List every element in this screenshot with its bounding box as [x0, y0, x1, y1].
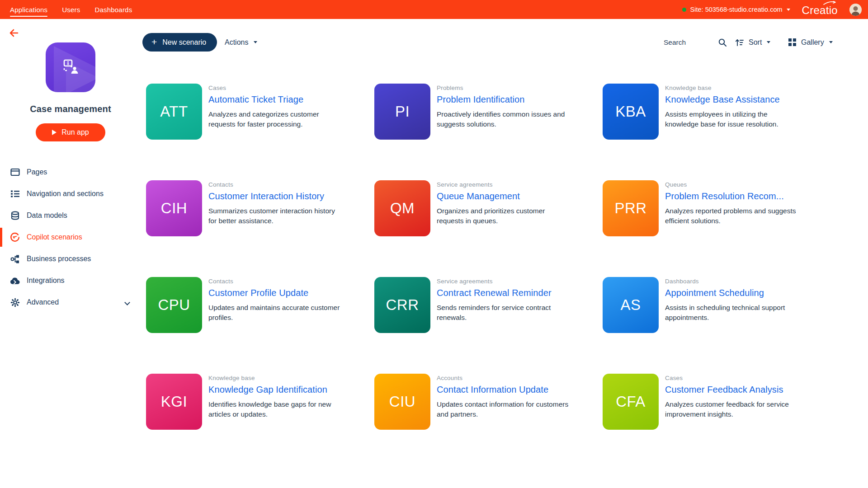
scenario-title-link[interactable]: Automatic Ticket Triage — [208, 94, 340, 105]
scenario-grid: ATT Cases Automatic Ticket Triage Analyz… — [146, 84, 811, 430]
scenario-title-link[interactable]: Problem Resolution Recom... — [665, 191, 797, 202]
sidebar-item-navigation-and-sections[interactable]: Navigation and sections — [0, 183, 141, 205]
scenario-card[interactable]: CPU Contacts Customer Profile Update Upd… — [146, 277, 354, 333]
avatar-person-icon — [849, 4, 862, 16]
search-icon[interactable] — [718, 38, 727, 47]
gallery-grid-icon — [788, 38, 796, 46]
scenario-category: Knowledge base — [665, 84, 797, 91]
navigation-icon — [10, 189, 20, 199]
scenario-category: Knowledge base — [208, 375, 340, 381]
sort-dropdown[interactable]: Sort — [735, 33, 770, 52]
copilot-icon — [10, 232, 20, 242]
scenario-card[interactable]: CIU Accounts Contact Information Update … — [374, 374, 583, 430]
pages-icon — [10, 167, 20, 177]
caret-down-icon — [829, 41, 833, 43]
caret-down-icon — [787, 9, 790, 11]
search-input[interactable] — [664, 38, 707, 47]
app-icon — [46, 42, 95, 92]
scenario-description: Organizes and prioritizes customer reque… — [437, 206, 569, 226]
logo-swoosh-icon — [823, 1, 837, 5]
scenario-title-link[interactable]: Customer Interaction History — [208, 191, 340, 202]
scenario-category: Service agreements — [437, 278, 569, 285]
scenario-title-link[interactable]: Customer Feedback Analysis — [665, 385, 797, 395]
top-nav-dashboards[interactable]: Dashboards — [94, 0, 132, 19]
scenario-card[interactable]: KBA Knowledge base Knowledge Base Assist… — [603, 84, 811, 140]
scenario-tile[interactable]: CIH — [146, 180, 202, 236]
scenario-card[interactable]: PI Problems Problem Identification Proac… — [374, 84, 583, 140]
top-nav-users[interactable]: Users — [62, 0, 80, 19]
top-bar: Applications Users Dashboards Site: 5035… — [0, 0, 868, 19]
scenario-card[interactable]: CFA Cases Customer Feedback Analysis Ana… — [603, 374, 811, 430]
scenario-title-link[interactable]: Customer Profile Update — [208, 288, 340, 298]
scenario-title-link[interactable]: Queue Management — [437, 191, 569, 202]
scenario-tile[interactable]: KGI — [146, 374, 202, 430]
scenario-tile[interactable]: CPU — [146, 277, 202, 333]
scenario-title-link[interactable]: Knowledge Base Assistance — [665, 94, 797, 105]
scenario-category: Cases — [665, 375, 797, 381]
back-arrow-icon — [8, 27, 20, 39]
sidebar-item-data-models[interactable]: Data models — [0, 205, 141, 226]
advanced-icon — [10, 297, 20, 307]
scenario-description: Assists employees in utilizing the knowl… — [665, 109, 797, 130]
chevron-down-icon[interactable] — [125, 298, 129, 306]
scenario-title-link[interactable]: Appointment Scheduling — [665, 288, 797, 298]
scenario-description: Updates contact information for customer… — [437, 399, 569, 420]
creatio-logo: Creatio — [802, 2, 838, 17]
scenario-tile[interactable]: QM — [374, 180, 430, 236]
scenario-tile[interactable]: ATT — [146, 84, 202, 140]
back-button[interactable] — [8, 27, 21, 40]
scenario-card[interactable]: CRR Service agreements Contract Renewal … — [374, 277, 583, 333]
run-app-button[interactable]: Run app — [36, 123, 105, 141]
scenario-description: Sends reminders for service contract ren… — [437, 303, 569, 323]
scenario-card[interactable]: QM Service agreements Queue Management O… — [374, 180, 583, 236]
scenario-card[interactable]: PRR Queues Problem Resolution Recom... A… — [603, 180, 811, 236]
scenario-tile[interactable]: CFA — [603, 374, 659, 430]
sidebar-item-pages[interactable]: Pages — [0, 161, 141, 183]
scenario-card[interactable]: CIH Contacts Customer Interaction Histor… — [146, 180, 354, 236]
actions-dropdown[interactable]: Actions — [225, 33, 257, 52]
scenario-category: Contacts — [208, 278, 340, 285]
scenario-title-link[interactable]: Problem Identification — [437, 94, 569, 105]
sidebar-menu: Pages Navigation and sections Data model… — [0, 161, 141, 313]
top-navigation: Applications Users Dashboards — [10, 0, 132, 19]
scenario-title-link[interactable]: Knowledge Gap Identification — [208, 385, 340, 395]
sort-icon — [735, 38, 744, 47]
search-box — [664, 33, 727, 52]
scenario-tile[interactable]: CIU — [374, 374, 430, 430]
app-title: Case management — [0, 104, 141, 114]
scenario-tile[interactable]: PRR — [603, 180, 659, 236]
scenario-description: Identifies knowledge base gaps for new a… — [208, 399, 340, 420]
scenario-description: Analyzes customer feedback for service i… — [665, 399, 797, 420]
scenario-description: Assists in scheduling technical support … — [665, 303, 797, 323]
sidebar-item-integrations[interactable]: Integrations — [0, 270, 141, 291]
scenario-card[interactable]: KGI Knowledge base Knowledge Gap Identif… — [146, 374, 354, 430]
integrations-icon — [10, 276, 20, 286]
scenario-title-link[interactable]: Contract Renewal Reminder — [437, 288, 569, 298]
plus-icon: + — [151, 37, 157, 47]
scenario-title-link[interactable]: Contact Information Update — [437, 385, 569, 395]
scenario-tile[interactable]: KBA — [603, 84, 659, 140]
scenario-description: Analyzes and categorizes customer reques… — [208, 109, 340, 130]
site-selector[interactable]: Site: 503568-studio.creatio.com — [682, 6, 790, 13]
user-avatar[interactable] — [849, 4, 862, 16]
business-processes-icon — [10, 254, 20, 264]
scenario-category: Queues — [665, 181, 797, 188]
scenario-description: Analyzes reported problems and suggests … — [665, 206, 797, 226]
sidebar-item-copilot-scenarios[interactable]: Copilot scenarios — [0, 226, 141, 248]
scenario-description: Summarizes customer interaction history … — [208, 206, 340, 226]
top-nav-applications[interactable]: Applications — [10, 0, 47, 19]
scenario-category: Problems — [437, 84, 569, 91]
scenario-category: Service agreements — [437, 181, 569, 188]
sidebar: Case management Run app Pages Navigation… — [0, 19, 141, 488]
scenario-tile[interactable]: AS — [603, 277, 659, 333]
scenario-tile[interactable]: PI — [374, 84, 430, 140]
scenario-card[interactable]: AS Dashboards Appointment Scheduling Ass… — [603, 277, 811, 333]
data-models-icon — [10, 211, 20, 221]
scenario-card[interactable]: ATT Cases Automatic Ticket Triage Analyz… — [146, 84, 354, 140]
gallery-view-dropdown[interactable]: Gallery — [788, 33, 833, 52]
scenario-tile[interactable]: CRR — [374, 277, 430, 333]
sidebar-item-advanced[interactable]: Advanced — [0, 291, 141, 313]
sidebar-item-business-processes[interactable]: Business processes — [0, 248, 141, 270]
new-scenario-button[interactable]: + New scenario — [142, 33, 217, 52]
case-management-glyph-icon — [60, 56, 81, 78]
